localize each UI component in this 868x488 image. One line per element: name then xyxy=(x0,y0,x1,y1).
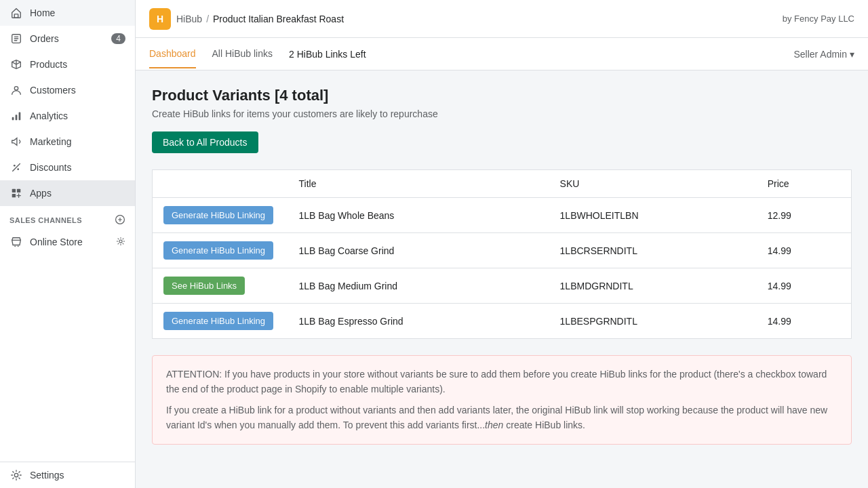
breadcrumb: HiBub / Product Italian Breakfast Roast xyxy=(176,14,344,24)
sidebar-bottom: Settings xyxy=(0,462,135,488)
alert-line-2: If you create a HiBub link for a product… xyxy=(166,403,837,433)
topbar-by-text: by Fency Pay LLC xyxy=(783,14,854,24)
sidebar-item-label: Products xyxy=(30,59,67,70)
variant-title: 1LB Bag Medium Grind xyxy=(288,268,549,304)
action-cell: Generate HiBub Linking xyxy=(153,304,288,339)
sidebar-item-label: Customers xyxy=(30,85,76,96)
svg-rect-3 xyxy=(12,117,14,121)
variant-sku: 1LBCRSERNDITL xyxy=(549,233,757,268)
page-subtitle: Create HiBub links for items your custom… xyxy=(152,108,852,119)
attention-alert: ATTENTION: If you have products in your … xyxy=(152,355,852,445)
variant-sku: 1LBWHOLEITLBN xyxy=(549,198,757,233)
action-cell: Generate HiBub Linking xyxy=(153,198,288,233)
sales-channels-section: SALES CHANNELS xyxy=(0,206,135,229)
variant-title: 1LB Bag Whole Beans xyxy=(288,198,549,233)
tab-dashboard[interactable]: Dashboard xyxy=(149,40,196,68)
alert-line2-after: create HiBub links. xyxy=(503,420,585,430)
sidebar-item-online-store[interactable]: Online Store xyxy=(0,229,135,255)
sidebar-item-label: Orders xyxy=(30,33,59,44)
svg-point-15 xyxy=(14,473,18,476)
apps-icon xyxy=(9,186,23,200)
sidebar-item-label: Analytics xyxy=(30,110,68,121)
svg-rect-4 xyxy=(16,115,18,120)
sidebar-item-marketing[interactable]: Marketing xyxy=(0,129,135,155)
variant-title: 1LB Bag Espresso Grind xyxy=(288,304,549,339)
sidebar-item-discounts[interactable]: Discounts xyxy=(0,155,135,180)
back-to-all-products-button[interactable]: Back to All Products xyxy=(152,131,258,153)
add-sales-channel-icon[interactable] xyxy=(115,214,125,226)
sidebar-item-label: Marketing xyxy=(30,136,71,147)
page-title: Product Variants [4 total] xyxy=(152,87,852,104)
app-navbar: Dashboard All HiBub links 2 HiBub Links … xyxy=(136,38,868,70)
sidebar-item-settings[interactable]: Settings xyxy=(0,462,135,488)
table-row: Generate HiBub Linking1LB Bag Espresso G… xyxy=(153,304,852,339)
col-title: Title xyxy=(288,170,549,198)
svg-point-13 xyxy=(18,245,19,247)
sidebar-item-customers[interactable]: Customers xyxy=(0,77,135,103)
variant-price: 14.99 xyxy=(757,268,852,304)
discounts-icon xyxy=(9,161,23,174)
svg-point-2 xyxy=(14,87,18,90)
generate-hibub-linking-button[interactable]: Generate HiBub Linking xyxy=(163,312,273,330)
action-cell: See HiBub Links xyxy=(153,268,288,304)
sidebar: Home Orders 4 Products Customers Analyti… xyxy=(0,0,136,488)
online-store-icon xyxy=(9,235,23,249)
seller-admin-dropdown[interactable]: Seller Admin ▾ xyxy=(793,49,854,60)
sidebar-item-orders[interactable]: Orders 4 xyxy=(0,26,135,52)
variant-sku: 1LBESPGRNDITL xyxy=(549,304,757,339)
app-navbar-left: Dashboard All HiBub links 2 HiBub Links … xyxy=(149,40,366,68)
svg-point-14 xyxy=(119,239,122,242)
alert-line2-italic: then xyxy=(485,420,503,430)
variant-price: 14.99 xyxy=(757,304,852,339)
generate-hibub-linking-button[interactable]: Generate HiBub Linking xyxy=(163,241,273,260)
variant-sku: 1LBMDGRNDITL xyxy=(549,268,757,304)
orders-icon xyxy=(9,32,23,45)
page-name: Product Italian Breakfast Roast xyxy=(213,14,344,24)
app-name[interactable]: HiBub xyxy=(176,14,202,24)
svg-rect-5 xyxy=(19,113,21,121)
svg-rect-9 xyxy=(17,189,20,192)
content-area: Product Variants [4 total] Create HiBub … xyxy=(136,70,868,488)
table-row: Generate HiBub Linking1LB Bag Coarse Gri… xyxy=(153,233,852,268)
col-action xyxy=(153,170,288,198)
settings-icon xyxy=(9,468,23,482)
svg-point-7 xyxy=(17,168,19,170)
sidebar-item-label: Settings xyxy=(30,470,64,481)
main-area: H HiBub / Product Italian Breakfast Roas… xyxy=(136,0,868,488)
analytics-icon xyxy=(9,109,23,123)
alert-line-1: ATTENTION: If you have products in your … xyxy=(166,367,837,397)
topbar: H HiBub / Product Italian Breakfast Roas… xyxy=(136,0,868,38)
products-icon xyxy=(9,58,23,71)
hibub-links-left: 2 HiBub Links Left xyxy=(289,49,366,60)
sidebar-item-apps[interactable]: Apps xyxy=(0,180,135,206)
svg-rect-10 xyxy=(12,194,16,197)
see-hibub-links-button[interactable]: See HiBub Links xyxy=(163,277,245,295)
sidebar-item-home[interactable]: Home xyxy=(0,0,135,26)
online-store-settings-icon[interactable] xyxy=(116,237,125,248)
sidebar-item-products[interactable]: Products xyxy=(0,52,135,77)
sidebar-item-label: Home xyxy=(30,7,55,18)
variant-title: 1LB Bag Coarse Grind xyxy=(288,233,549,268)
customers-icon xyxy=(9,83,23,97)
breadcrumb-separator: / xyxy=(206,14,209,24)
sidebar-item-label: Discounts xyxy=(30,162,71,173)
svg-point-12 xyxy=(14,245,16,247)
variant-price: 12.99 xyxy=(757,198,852,233)
col-price: Price xyxy=(757,170,852,198)
col-sku: SKU xyxy=(549,170,757,198)
action-cell: Generate HiBub Linking xyxy=(153,233,288,268)
topbar-left: H HiBub / Product Italian Breakfast Roas… xyxy=(149,8,344,30)
svg-point-6 xyxy=(14,165,16,167)
marketing-icon xyxy=(9,135,23,148)
chevron-down-icon: ▾ xyxy=(850,49,854,60)
variant-price: 14.99 xyxy=(757,233,852,268)
table-row: Generate HiBub Linking1LB Bag Whole Bean… xyxy=(153,198,852,233)
svg-rect-0 xyxy=(14,14,18,18)
sidebar-item-analytics[interactable]: Analytics xyxy=(0,103,135,129)
sidebar-item-label: Online Store xyxy=(30,237,83,247)
generate-hibub-linking-button[interactable]: Generate HiBub Linking xyxy=(163,206,273,224)
variants-table: Title SKU Price Generate HiBub Linking1L… xyxy=(152,169,852,339)
svg-rect-8 xyxy=(12,189,16,192)
tab-all-hibub-links[interactable]: All HiBub links xyxy=(212,40,273,68)
orders-badge: 4 xyxy=(111,33,125,44)
